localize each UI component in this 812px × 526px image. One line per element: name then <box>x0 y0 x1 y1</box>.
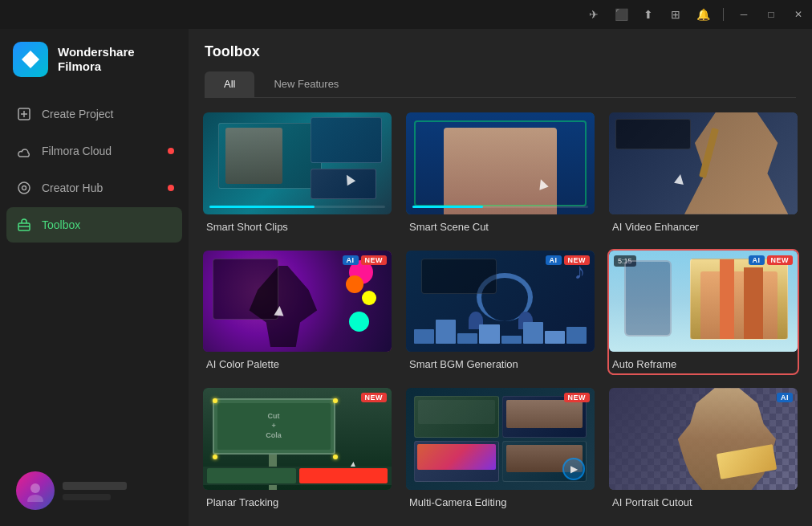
creator-hub-icon <box>16 180 32 196</box>
color-swatch-teal <box>349 312 369 332</box>
thumb-element <box>311 169 376 199</box>
send-icon[interactable]: ✈ <box>587 7 601 22</box>
tool-card-ai-video-enhancer[interactable]: AI Video Enhancer <box>607 111 799 238</box>
bell-icon[interactable]: 🔔 <box>696 7 710 22</box>
new-badge: NEW <box>361 393 388 402</box>
thumb-multi-camera-editing: ▶ NEW <box>406 388 595 490</box>
player-card <box>421 259 497 294</box>
page-title: Toolbox <box>205 43 796 60</box>
mini-billboard <box>207 468 296 483</box>
ai-badge: AI <box>749 255 765 265</box>
waveform <box>414 320 587 344</box>
close-button[interactable]: ✕ <box>791 7 806 22</box>
sidebar-item-filmora-cloud[interactable]: Filmora Cloud <box>6 133 182 169</box>
tab-all[interactable]: All <box>205 71 254 98</box>
tool-label-smart-scene-cut: Smart Scene Cut <box>406 214 595 236</box>
user-info <box>63 482 173 500</box>
wave-bar <box>566 327 587 344</box>
tool-label-smart-short-clips: Smart Short Clips <box>203 214 392 236</box>
tool-label-ai-video-enhancer: AI Video Enhancer <box>609 214 798 236</box>
thumb-smart-scene-cut <box>406 112 595 214</box>
sidebar: Wondershare Filmora Create Project <box>0 29 189 526</box>
tool-card-ai-color-palette[interactable]: AI NEW AI Color Palette <box>201 249 393 376</box>
avatar <box>16 471 55 510</box>
tab-new-features[interactable]: New Features <box>254 71 358 98</box>
filmora-cloud-badge <box>168 148 174 154</box>
people-group <box>700 271 777 339</box>
tool-card-auto-reframe[interactable]: 5:15 AI NEW <box>607 249 799 376</box>
tool-card-smart-bgm-generation[interactable]: ♪ AI NEW <box>404 249 596 376</box>
sidebar-item-create-project[interactable]: Create Project <box>6 96 182 132</box>
color-swatch-orange <box>346 275 363 293</box>
bottom-cards <box>207 468 388 483</box>
cursor-element <box>674 173 685 185</box>
cam-content <box>418 400 495 424</box>
svg-point-4 <box>22 186 26 190</box>
content-header: Toolbox All New Features <box>189 29 812 98</box>
filmora-cloud-label: Filmora Cloud <box>42 145 112 157</box>
new-badge: NEW <box>564 255 591 265</box>
progress-fill <box>412 206 483 208</box>
track-point <box>213 398 217 403</box>
sidebar-nav: Create Project Filmora Cloud <box>0 96 189 243</box>
maximize-button[interactable]: □ <box>764 7 778 22</box>
wave-bar <box>523 322 543 344</box>
tool-card-smart-short-clips[interactable]: Smart Short Clips <box>201 111 393 238</box>
app-name-line1: Wondershare <box>58 45 135 59</box>
billboard-text: Cut+Cola <box>266 412 282 440</box>
bottom-strip <box>203 467 392 485</box>
ai-badge: AI <box>777 393 793 402</box>
tool-label-smart-bgm-generation: Smart BGM Generation <box>406 352 595 373</box>
cursor-element <box>274 306 285 316</box>
thumb-inner: ♪ AI NEW <box>406 251 595 353</box>
thumb-inner <box>203 112 392 214</box>
grid-icon[interactable]: ⊞ <box>668 7 683 22</box>
thumb-element <box>225 128 282 184</box>
thumb-element <box>311 117 382 163</box>
main-layout: Wondershare Filmora Create Project <box>0 29 812 526</box>
upload-icon[interactable]: ⬆ <box>641 7 656 22</box>
screen-content <box>417 444 496 470</box>
tool-card-ai-portrait-cutout[interactable]: AI AI Portrait Cutout <box>607 386 799 513</box>
wave-bar <box>545 331 565 345</box>
toolbox-icon <box>16 217 32 233</box>
creator-hub-label: Creator Hub <box>42 181 103 194</box>
billboard-face: Cut+Cola <box>217 403 331 450</box>
titlebar-icons: ✈ ⬛ ⬆ ⊞ 🔔 ─ □ ✕ <box>587 7 806 22</box>
tool-card-planar-tracking[interactable]: Cut+Cola <box>201 386 393 513</box>
tool-label-auto-reframe: Auto Reframe <box>609 352 798 373</box>
tool-card-multi-camera-editing[interactable]: ▶ NEW Multi-Camera Editing <box>404 386 596 513</box>
thumb-ai-video-enhancer <box>609 112 798 214</box>
thumb-smart-short-clips <box>203 112 392 214</box>
badge-row: AI <box>777 393 793 402</box>
creator-hub-badge <box>168 185 174 191</box>
sidebar-logo: Wondershare Filmora <box>0 29 189 96</box>
tool-label-multi-camera-editing: Multi-Camera Editing <box>406 490 595 512</box>
thumb-ai-portrait-cutout: AI <box>609 388 798 490</box>
toolbox-label: Toolbox <box>42 218 80 231</box>
ui-overlay <box>615 119 691 149</box>
filmora-cloud-icon <box>16 143 32 159</box>
ai-badge: AI <box>546 255 562 265</box>
cam-overlay-badge: ▶ <box>562 458 585 480</box>
create-project-label: Create Project <box>42 108 113 120</box>
content-area: Toolbox All New Features <box>189 29 812 526</box>
thumb-inner: AI <box>609 388 798 490</box>
badge-row: NEW <box>361 393 388 402</box>
sidebar-item-creator-hub[interactable]: Creator Hub <box>6 170 182 206</box>
tabs: All New Features <box>205 71 796 98</box>
user-profile[interactable] <box>10 465 179 516</box>
minimize-button[interactable]: ─ <box>737 7 751 22</box>
ai-badge: AI <box>343 255 359 265</box>
cam-grid <box>414 396 587 482</box>
app-name-line2: Filmora <box>58 59 135 74</box>
track-point <box>333 455 338 459</box>
track-point <box>213 455 217 459</box>
tool-card-smart-scene-cut[interactable]: Smart Scene Cut <box>404 111 596 238</box>
detection-border <box>414 120 587 206</box>
monitor-icon[interactable]: ⬛ <box>614 7 628 22</box>
titlebar-divider <box>723 8 724 21</box>
progress-bar <box>412 206 588 208</box>
sidebar-item-toolbox[interactable]: Toolbox <box>6 207 182 243</box>
thumb-planar-tracking: Cut+Cola <box>203 388 392 490</box>
